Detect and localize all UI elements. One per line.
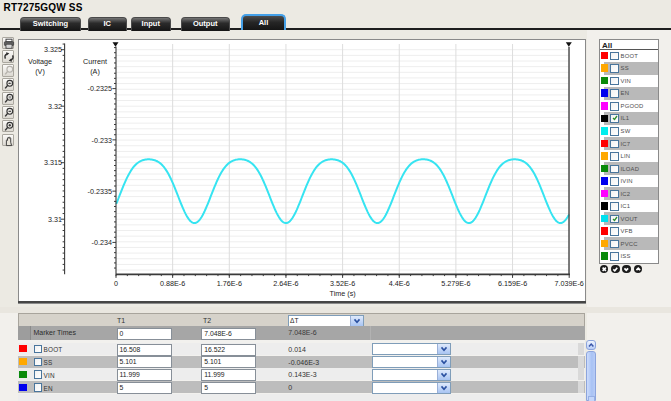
svg-text:3.32: 3.32 <box>48 102 62 111</box>
svg-text:0.88E-6: 0.88E-6 <box>160 279 185 288</box>
svg-text:4.4E-6: 4.4E-6 <box>389 279 410 288</box>
svg-text:2.64E-6: 2.64E-6 <box>273 279 298 288</box>
svg-text:(A): (A) <box>90 67 100 76</box>
svg-text:Current: Current <box>83 57 107 66</box>
svg-text:6.159E-6: 6.159E-6 <box>498 279 527 288</box>
svg-text:Time (s): Time (s) <box>330 289 356 298</box>
svg-text:1.76E-6: 1.76E-6 <box>217 279 242 288</box>
svg-text:0: 0 <box>114 279 118 288</box>
svg-text:3.325: 3.325 <box>44 45 62 54</box>
svg-text:3.31: 3.31 <box>48 215 62 224</box>
svg-text:Voltage: Voltage <box>28 57 52 66</box>
svg-text:-0.2335: -0.2335 <box>88 187 112 196</box>
svg-text:-0.2325: -0.2325 <box>88 84 112 93</box>
svg-text:3.315: 3.315 <box>44 158 62 167</box>
svg-text:5.279E-6: 5.279E-6 <box>441 279 470 288</box>
svg-text:7.039E-6: 7.039E-6 <box>555 279 584 288</box>
svg-text:(V): (V) <box>35 67 45 76</box>
svg-text:-0.234: -0.234 <box>92 238 112 247</box>
svg-text:3.52E-6: 3.52E-6 <box>330 279 355 288</box>
svg-text:-0.233: -0.233 <box>92 136 112 145</box>
